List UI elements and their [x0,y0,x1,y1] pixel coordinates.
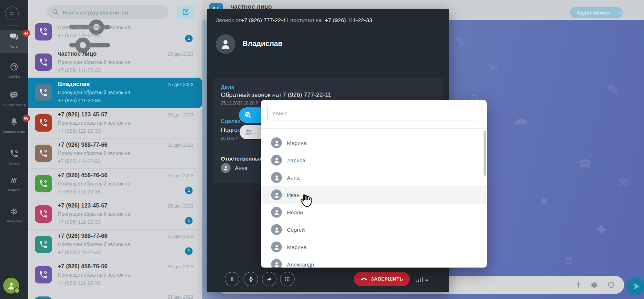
user-avatar [271,259,282,268]
chat-list-item[interactable]: +7 (926) 988-77-66 Пропущен обратный зво… [28,230,202,260]
filter-button[interactable] [35,9,44,18]
person-icon [273,209,280,216]
call-avatar-icon [35,175,52,192]
user-avatar [271,155,282,166]
dropdown-scrollbar[interactable] [484,131,486,176]
unread-badge: 1 [185,217,193,225]
unread-badge: 1 [185,187,193,194]
chat-last-message: Пропущен обратный звонок на [58,90,130,95]
mute-microphone-button[interactable] [244,272,258,286]
sidebar-item-label: Звонки [0,161,28,165]
chat-title: частное лицо [58,51,161,57]
chat-title: Владислав [58,81,161,87]
chat-last-message: Пропущен обратный звонок на [58,120,130,126]
search-icon [52,8,59,16]
user-list-item[interactable]: Марина [261,238,487,256]
gear-icon [9,207,19,216]
chat-list-item-selected[interactable]: Владислав Пропущен обратный звонок на +7… [28,78,202,108]
unread-badge: 1 [185,35,193,42]
chat-list-panel: Пропущен обратный звонок на +7 (926) 111… [28,0,202,299]
sidebar-item-settings[interactable]: Настройки [0,207,28,223]
chat-list-item[interactable]: +7 (926) 123-45-67 Пропущен обратный зво… [28,108,202,138]
send-message-button[interactable] [626,277,644,296]
user-search-input[interactable] [267,106,479,120]
chat-list-item[interactable]: +7 (926) 456-76-56 Пропущен обратный зво… [28,169,202,199]
user-select-dropdown: Марина Лариса Анна Иван Нелли Сергей [261,100,487,268]
audio-call-button[interactable]: Аудиозвонок [570,7,623,18]
user-avatar [271,137,282,148]
crm-activities-label: Дела [221,84,234,90]
call-avatar-icon [35,236,52,253]
user-list-item[interactable]: Александр [261,256,487,268]
doodle-icon: ✚ [596,222,607,237]
send-icon [632,282,641,291]
chat-search-input[interactable] [62,5,165,20]
dropdown-divider [261,128,487,129]
chat-title: +7 (926) 456-76-56 [58,172,161,179]
user-list-item[interactable]: Анна [261,169,487,186]
call-avatar-icon [35,23,52,40]
chat-list-item[interactable]: 25 дек 2023 [28,290,202,299]
chat-last-message-number: +7 (926) 111-22-33 [58,219,100,225]
responsible-user-row[interactable]: Анна [221,163,248,173]
sticker-cube-icon[interactable] [590,281,598,289]
callee-number: +7 (926) 111-22-33 [325,17,372,23]
chat-list-item[interactable]: частное лицо Пропущен обратный звонок на… [28,47,202,78]
chat-last-message-number: +7 (926) 111-22-33 [58,128,100,134]
user-name: Нелли [287,209,303,215]
chat-rows-scroll-area[interactable]: Пропущен обратный звонок на +7 (926) 111… [28,21,202,299]
sidebar-item-calls[interactable]: Звонки [0,149,28,165]
close-button[interactable] [5,7,19,20]
chat-last-message: Пропущен обратный звонок на [58,242,130,247]
chat-last-message: Пропущен обратный звонок на [58,181,130,187]
attach-plus-icon[interactable] [575,281,583,289]
doodle-icon: ✉ [488,60,498,74]
hold-call-button[interactable] [225,272,239,286]
call-avatar-icon [35,296,52,299]
chevron-down-icon[interactable] [617,10,623,16]
sidebar-item-contact-center[interactable]: Контакт-центр [0,90,28,107]
call-title-prefix: Звонок от [216,17,241,23]
chat-date: 25 дек 2023 [168,294,193,299]
user-list-item[interactable]: Марина [261,134,487,151]
call-title-middle: поступил на [290,17,322,23]
sidebar-item-chats[interactable]: 44 Чаты [0,32,28,48]
dialpad-button[interactable] [280,272,295,286]
user-list-item[interactable]: Лариса [261,151,487,169]
chat-icon [9,32,19,42]
chat-date: 25 дек 2023 [168,51,193,57]
user-list-item-hovered[interactable]: Иван [261,186,487,204]
connection-quality-indicator[interactable] [416,276,429,282]
chat-list-item[interactable]: Пропущен обратный звонок на +7 (926) 111… [28,21,202,47]
crm-activity-title[interactable]: Обратный звонок на+7 (926) 777-22-11 [221,91,331,99]
chat-date: 25 дек 2023 [168,173,193,178]
transfer-call-button[interactable] [262,272,276,286]
chat-search [47,5,168,19]
new-message-button[interactable] [177,5,194,19]
crm-deals-label: Сделки [221,118,241,124]
keypad-grid-icon [284,275,291,283]
chat-list-item[interactable]: +7 (926) 988-77-66 Пропущен обратный зво… [28,138,202,169]
sidebar-item-label: Уведомления [0,129,28,133]
chat-list-item[interactable]: +7 (926) 123-45-67 Пропущен обратный зво… [28,199,202,230]
unknown-contact-mark: ? [224,47,227,51]
compose-icon [182,8,190,16]
chat-last-message: Пропущен обратный звонок на [58,211,130,217]
sidebar-item-notifications[interactable]: 66 Уведомления [0,117,28,133]
sidebar-item-copilot[interactable]: CoPilot [0,62,28,78]
notifications-badge: 66 [22,115,30,122]
sidebar-item-market[interactable]: Маркет [0,176,28,192]
user-avatar[interactable] [3,278,19,294]
phone-icon [9,149,19,158]
user-list-item[interactable]: Сергей [261,221,487,238]
emoji-smiley-icon[interactable] [607,281,615,289]
user-list-item[interactable]: Нелли [261,204,487,221]
chat-list-item[interactable]: +7 (926) 456-76-56 Пропущен обратный зво… [28,260,202,290]
chat-last-message: Пропущен обратный звонок на [58,272,130,278]
sidebar-item-label: Чаты [0,44,28,48]
copilot-icon [9,62,19,72]
sidebar-item-label: CoPilot [0,74,28,78]
user-name: Лариса [287,157,305,163]
header-search-button[interactable] [632,9,640,17]
end-call-button[interactable]: ЗАВЕРШИТЬ [354,272,410,286]
